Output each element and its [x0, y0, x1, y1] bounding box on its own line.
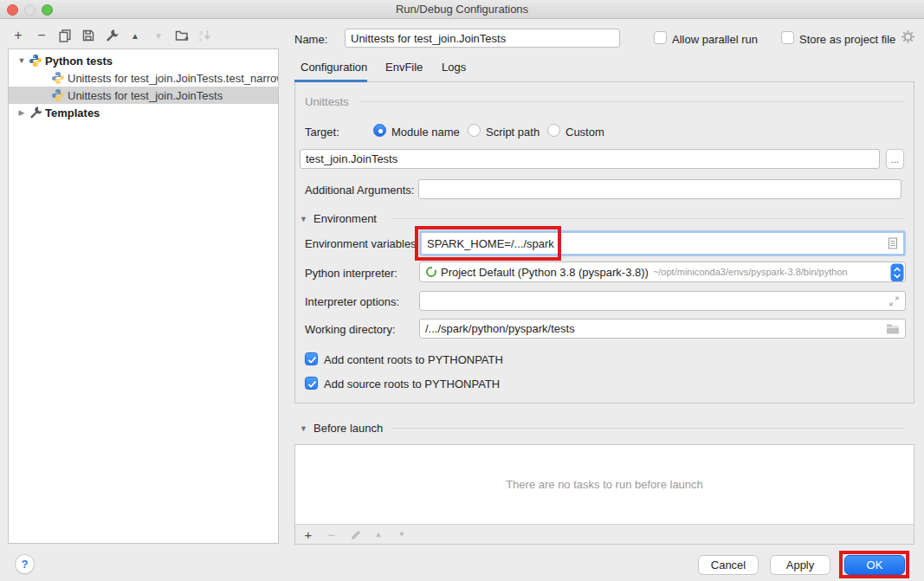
environment-collapse-icon[interactable]: ▼	[300, 215, 307, 223]
additional-arguments-input[interactable]	[418, 179, 901, 199]
target-label: Target:	[305, 126, 339, 139]
help-button[interactable]: ?	[15, 554, 35, 574]
tree-node-label: Templates	[45, 107, 100, 119]
active-tab-underline	[294, 80, 367, 82]
tree-node-test-narrow[interactable]: Unittests for test_join.JoinTests.test_n…	[9, 69, 278, 87]
group-rule	[391, 428, 904, 429]
interpreter-options-input[interactable]	[419, 291, 906, 311]
add-content-roots-checkbox[interactable]	[305, 352, 318, 365]
tree-node-jointests-selected[interactable]: Unittests for test_join.JoinTests	[9, 87, 278, 104]
before-launch-toolbar: + − ▲ ▼	[295, 524, 914, 544]
svg-text:a: a	[199, 29, 203, 36]
cancel-button[interactable]: Cancel	[698, 555, 759, 575]
tree-node-python-tests[interactable]: ▼ Python tests	[9, 52, 278, 69]
remove-task-icon[interactable]: −	[326, 527, 338, 542]
allow-parallel-run-label: Allow parallel run	[672, 33, 758, 46]
group-rule	[360, 101, 904, 102]
module-name-input[interactable]: test_join.JoinTests	[300, 149, 880, 169]
target-script-path-label: Script path	[486, 126, 540, 139]
name-input[interactable]	[345, 29, 620, 48]
tree-node-label: Unittests for test_join.JoinTests	[68, 89, 223, 102]
allow-parallel-run-checkbox[interactable]	[654, 31, 667, 44]
working-directory-input[interactable]: /.../spark/python/pyspark/tests	[419, 319, 906, 339]
move-up-icon[interactable]: ▲	[127, 28, 143, 43]
target-module-name-radio[interactable]	[373, 124, 386, 137]
module-name-value: test_join.JoinTests	[306, 152, 397, 165]
collapse-arrow-icon[interactable]: ▼	[17, 56, 26, 65]
sort-alphabetically-icon[interactable]: a z	[197, 28, 213, 43]
environment-group-label: Environment	[313, 212, 377, 225]
combo-spinner-icon[interactable]	[890, 263, 904, 282]
target-script-path-radio[interactable]	[468, 124, 481, 137]
templates-icon	[29, 106, 42, 119]
tab-logs[interactable]: Logs	[442, 61, 466, 74]
env-vars-list-icon[interactable]	[888, 237, 898, 250]
tree-node-label: Unittests for test_join.JoinTests.test_n…	[68, 72, 279, 85]
name-label: Name:	[294, 33, 327, 46]
python-test-icon	[51, 88, 65, 102]
remove-configuration-icon[interactable]: −	[34, 28, 49, 43]
no-tasks-message: There are no tasks to run before launch	[295, 478, 914, 491]
edit-templates-icon[interactable]	[104, 28, 120, 43]
expand-arrow-icon[interactable]: ▶	[17, 108, 26, 117]
add-content-roots-label: Add content roots to PYTHONPATH	[324, 353, 503, 366]
expand-field-icon[interactable]	[888, 295, 900, 307]
conda-environment-icon	[425, 266, 437, 278]
interpreter-options-label: Interpreter options:	[305, 295, 399, 308]
python-interpreter-value: Project Default (Python 3.8 (pyspark-3.8…	[441, 266, 649, 279]
gear-icon[interactable]	[901, 29, 915, 44]
target-custom-label: Custom	[565, 126, 604, 139]
edit-task-icon[interactable]	[349, 529, 361, 540]
environment-variables-label: Environment variables:	[305, 237, 419, 250]
folder-browse-icon[interactable]	[886, 323, 900, 334]
python-interpreter-select[interactable]: Project Default (Python 3.8 (pyspark-3.8…	[419, 261, 906, 282]
add-task-icon[interactable]: +	[302, 527, 314, 542]
browse-module-button[interactable]: ...	[886, 149, 904, 169]
titlebar: Run/Debug Configurations	[0, 0, 924, 19]
move-task-down-icon[interactable]: ▼	[396, 530, 408, 539]
tree-node-label: Python tests	[45, 55, 113, 68]
before-launch-task-list: There are no tasks to run before launch …	[294, 444, 914, 545]
save-configuration-icon[interactable]	[81, 28, 96, 43]
python-interpreter-path: ~/opt/miniconda3/envs/pyspark-3.8/bin/py…	[653, 267, 848, 277]
add-source-roots-label: Add source roots to PYTHONPATH	[324, 378, 500, 391]
add-source-roots-checkbox[interactable]	[305, 377, 318, 390]
store-as-project-file-label: Store as project file	[799, 33, 895, 46]
configurations-tree: ▼ Python tests Unittests for test_join.J…	[8, 48, 279, 544]
window-title: Run/Debug Configurations	[0, 3, 924, 16]
python-tests-icon	[29, 54, 42, 68]
python-interpreter-label: Python interpreter:	[305, 267, 397, 280]
working-directory-value: /.../spark/python/pyspark/tests	[425, 322, 575, 335]
store-as-project-file-checkbox[interactable]	[781, 31, 794, 44]
environment-variables-value: SPARK_HOME=/.../spark	[427, 237, 554, 250]
run-debug-configurations-dialog: Run/Debug Configurations + − ▲ ▼	[0, 0, 924, 581]
target-module-name-label: Module name	[391, 126, 460, 139]
copy-configuration-icon[interactable]	[57, 28, 73, 43]
before-launch-label: Before launch	[313, 422, 383, 435]
before-launch-collapse-icon[interactable]: ▼	[300, 424, 307, 433]
configurations-toolbar: + − ▲ ▼ a z	[10, 27, 213, 44]
group-rule	[391, 218, 904, 219]
new-folder-icon[interactable]	[174, 28, 190, 43]
tree-node-templates[interactable]: ▶ Templates	[9, 104, 278, 121]
tab-configuration[interactable]: Configuration	[300, 61, 367, 74]
tab-envfile[interactable]: EnvFile	[385, 61, 423, 74]
additional-arguments-label: Additional Arguments:	[305, 184, 414, 197]
python-test-icon	[51, 71, 65, 85]
move-task-up-icon[interactable]: ▲	[372, 530, 384, 539]
move-down-icon[interactable]: ▼	[151, 28, 166, 43]
working-directory-label: Working directory:	[305, 323, 396, 336]
target-custom-radio[interactable]	[547, 124, 560, 137]
ok-button[interactable]: OK	[844, 555, 905, 575]
environment-variables-input[interactable]: SPARK_HOME=/.../spark	[419, 230, 906, 256]
svg-text:z: z	[199, 36, 203, 42]
add-configuration-icon[interactable]: +	[10, 28, 26, 43]
apply-button[interactable]: Apply	[770, 555, 830, 575]
unittests-group-label: Unittests	[305, 95, 349, 108]
